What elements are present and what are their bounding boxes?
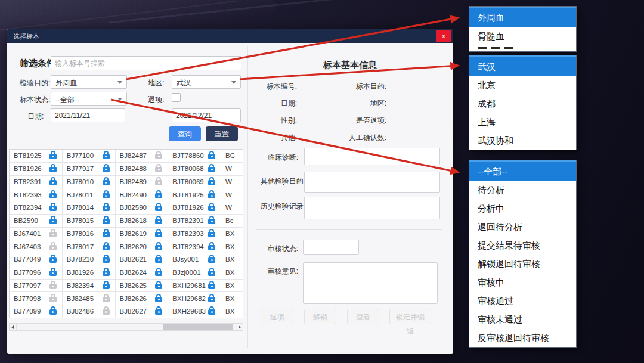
- table-row[interactable]: BJ77096BJ81926BJ82624BJzj0001BX: [10, 266, 243, 280]
- table-row[interactable]: BB2590BJ78015BJ82618BJT82391Bc: [10, 215, 243, 228]
- sample-table[interactable]: BT81925BJ77100BJ82487BJT78860BCBT81926BJ…: [9, 149, 243, 318]
- table-row[interactable]: BJ67401BJ78016BJ82619BJT82393BX: [10, 228, 243, 241]
- sample-cell[interactable]: BJ82621: [116, 253, 169, 266]
- search-input[interactable]: [51, 56, 242, 70]
- sample-cell[interactable]: BJ67403: [10, 240, 63, 253]
- view-button[interactable]: 查看: [347, 309, 379, 324]
- dropdown-item-status-9[interactable]: 反审核退回待审核: [469, 328, 576, 347]
- sample-cell[interactable]: BT81925: [10, 150, 63, 162]
- table-row[interactable]: BT82394BJ78014BJ82590BJT81926W: [10, 201, 243, 215]
- sample-cell[interactable]: BT82394: [10, 201, 63, 214]
- sample-cell[interactable]: BJ77097: [10, 280, 63, 292]
- table-row[interactable]: BJ77098BJ82485BJ82626BXH29682BX: [10, 292, 243, 305]
- sample-cell[interactable]: BJ82487: [116, 150, 169, 162]
- sample-cell[interactable]: BJ82486: [63, 305, 116, 318]
- sample-cell[interactable]: BJ77096: [10, 266, 63, 279]
- sample-cell[interactable]: BJ82590: [116, 201, 169, 214]
- dropdown-item-region-3[interactable]: 上海: [469, 113, 576, 131]
- sample-cell[interactable]: BJ82627: [116, 305, 169, 318]
- dropdown-item-status-2[interactable]: 分析中: [469, 199, 576, 218]
- sample-cell[interactable]: BJ82488: [116, 163, 169, 175]
- lock-and-edit-button[interactable]: 锁定并编辑: [389, 309, 431, 324]
- sample-cell[interactable]: BJT82391: [168, 215, 221, 227]
- sample-cell[interactable]: Bc: [221, 215, 243, 227]
- sample-cell[interactable]: BXH29681: [168, 280, 221, 292]
- sample-cell[interactable]: W: [221, 163, 243, 175]
- sample-cell[interactable]: BXH29682: [168, 292, 221, 305]
- history-input[interactable]: [304, 197, 440, 219]
- sample-cell[interactable]: BT81926: [10, 163, 63, 175]
- sample-cell[interactable]: BJ82625: [116, 280, 169, 292]
- return-item-button[interactable]: 退项: [261, 309, 293, 324]
- table-row[interactable]: BT82393BJ78011BJ82490BJT81925W: [10, 188, 243, 201]
- sample-cell[interactable]: BJT82393: [168, 228, 221, 240]
- table-row[interactable]: BJ67403BJ78017BJ82620BJT82394BX: [10, 240, 243, 253]
- sample-cell[interactable]: BJ82620: [116, 240, 169, 253]
- sample-cell[interactable]: W: [221, 188, 243, 201]
- sample-cell[interactable]: BJsy001: [168, 253, 221, 266]
- scrollbar-thumb[interactable]: [163, 324, 233, 330]
- sample-cell[interactable]: BJ81926: [63, 266, 116, 279]
- sample-cell[interactable]: BJ82626: [116, 292, 169, 305]
- sample-cell[interactable]: BJ78010: [63, 176, 116, 188]
- sample-cell[interactable]: BJT80068: [168, 163, 221, 175]
- table-row[interactable]: BT81926BJ77917BJ82488BJT80068W: [10, 163, 243, 176]
- sample-cell[interactable]: BJ77099: [10, 305, 63, 318]
- dropdown-item-status-5[interactable]: 解锁退回待审核: [469, 255, 576, 273]
- dropdown-item-region-4[interactable]: 武汉协和: [469, 131, 576, 150]
- sample-cell[interactable]: BJT81925: [168, 188, 221, 201]
- status-select[interactable]: --全部--: [51, 92, 127, 106]
- sample-cell[interactable]: BJT81926: [168, 201, 221, 214]
- dropdown-item-status-0[interactable]: --全部--: [469, 160, 576, 181]
- dropdown-item-purpose-0[interactable]: 外周血: [469, 7, 576, 27]
- unlock-button[interactable]: 解锁: [304, 309, 336, 324]
- purpose-select[interactable]: 外周血: [51, 75, 127, 89]
- dropdown-item-status-4[interactable]: 提交结果待审核: [469, 236, 576, 255]
- dropdown-item-status-3[interactable]: 退回待分析: [469, 218, 576, 236]
- sample-cell[interactable]: BJ82624: [116, 266, 169, 279]
- date-from-input[interactable]: [51, 108, 125, 122]
- sample-cell[interactable]: BJ67401: [10, 228, 63, 240]
- scroll-right-icon[interactable]: [236, 324, 243, 330]
- sample-cell[interactable]: BX: [221, 253, 243, 266]
- dropdown-item-status-8[interactable]: 审核未通过: [469, 310, 576, 328]
- horizontal-scrollbar[interactable]: [9, 323, 243, 331]
- sample-cell[interactable]: BX: [221, 228, 243, 240]
- table-row[interactable]: BT82391BJ78010BJ82489BJT80069W: [10, 176, 243, 189]
- sample-cell[interactable]: BXH29683: [168, 305, 221, 318]
- return-checkbox[interactable]: [172, 93, 181, 102]
- dropdown-item-purpose-1[interactable]: 骨髓血: [469, 27, 576, 45]
- sample-cell[interactable]: BJ78015: [63, 215, 116, 227]
- dropdown-item-status-6[interactable]: 审核中: [469, 273, 576, 291]
- table-row[interactable]: BJ77099BJ82486BJ82627BXH29683BX: [10, 305, 243, 318]
- dropdown-item-region-1[interactable]: 北京: [469, 76, 576, 94]
- dropdown-item-region-2[interactable]: 成都: [469, 94, 576, 113]
- sample-cell[interactable]: BJ78016: [63, 228, 116, 240]
- sample-cell[interactable]: BJ82394: [63, 280, 116, 292]
- table-row[interactable]: BT81925BJ77100BJ82487BJT78860BC: [10, 150, 243, 163]
- table-row[interactable]: BJ77049BJ78210BJ82621BJsy001BX: [10, 253, 243, 266]
- sample-cell[interactable]: BT82393: [10, 188, 63, 201]
- sample-cell[interactable]: BX: [221, 280, 243, 292]
- sample-cell[interactable]: BJ78014: [63, 201, 116, 214]
- close-icon[interactable]: x: [436, 30, 451, 42]
- sample-cell[interactable]: BJ82618: [116, 215, 169, 227]
- sample-cell[interactable]: BT82391: [10, 176, 63, 188]
- sample-cell[interactable]: BJ78017: [63, 240, 116, 253]
- sample-cell[interactable]: BJ82489: [116, 176, 169, 188]
- other-purpose-input[interactable]: [304, 172, 440, 193]
- sample-cell[interactable]: BJ78210: [63, 253, 116, 266]
- sample-cell[interactable]: BJ78011: [63, 188, 116, 201]
- sample-cell[interactable]: BJ77100: [63, 150, 116, 162]
- dropdown-item-region-0[interactable]: 武汉: [469, 55, 576, 76]
- sample-cell[interactable]: BJ82619: [116, 228, 169, 240]
- review-opinion-textarea[interactable]: [303, 262, 438, 304]
- query-button[interactable]: 查询: [169, 126, 201, 141]
- table-row[interactable]: BJ77097BJ82394BJ82625BXH29681BX: [10, 280, 243, 293]
- dropdown-item-status-1[interactable]: 待分析: [469, 181, 576, 199]
- sample-cell[interactable]: BX: [221, 292, 243, 305]
- sample-cell[interactable]: BJ82485: [63, 292, 116, 305]
- sample-cell[interactable]: BX: [221, 305, 243, 318]
- sample-cell[interactable]: BJ82490: [116, 188, 169, 201]
- clinical-input[interactable]: [304, 148, 440, 165]
